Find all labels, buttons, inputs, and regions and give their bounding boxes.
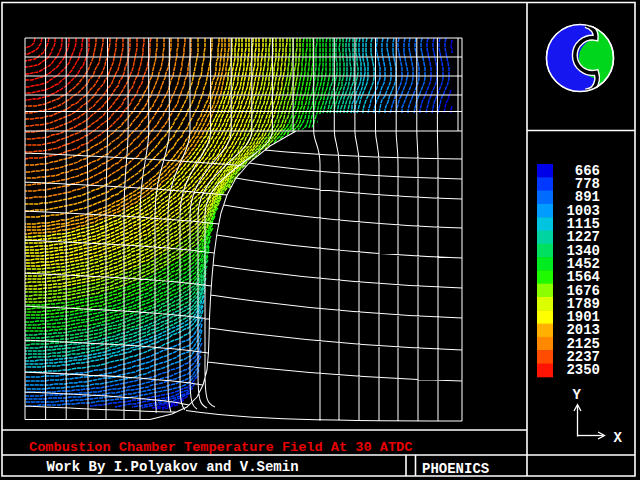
svg-text:X: X [614, 430, 623, 446]
svg-text:Work By I.Polyakov and V.Semin: Work By I.Polyakov and V.Semin [47, 459, 299, 475]
svg-text:PHOENICS: PHOENICS [422, 461, 489, 477]
svg-text:Combustion Chamber Temperature: Combustion Chamber Temperature Field At … [29, 440, 412, 455]
svg-text:Y: Y [573, 387, 582, 403]
svg-text:2350: 2350 [566, 362, 600, 378]
